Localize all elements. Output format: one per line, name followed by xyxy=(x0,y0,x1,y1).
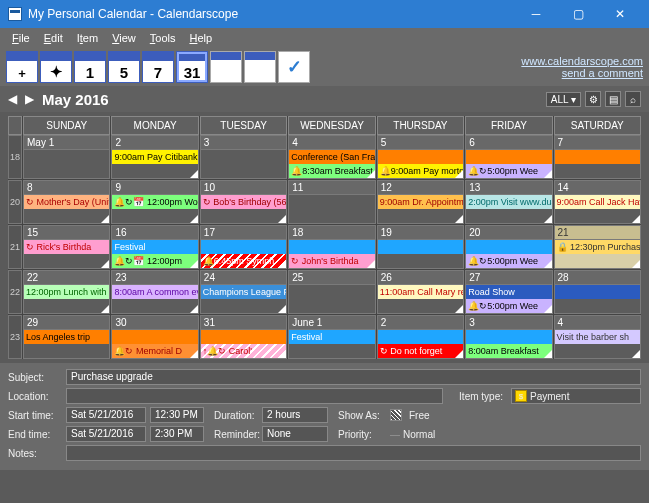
event-span-cont[interactable] xyxy=(289,240,374,254)
calendar-cell[interactable]: 15↻ Rick's Birthda xyxy=(23,225,110,269)
calendar-cell[interactable]: 149:00am Call Jack Hawkins xyxy=(554,180,641,224)
calendar-cell[interactable]: 9🔔↻📅 12:00pm Working xyxy=(111,180,198,224)
month-title[interactable]: May 2016 xyxy=(42,91,109,108)
menu-file[interactable]: File xyxy=(6,30,36,46)
event-span-cont[interactable] xyxy=(112,330,197,344)
event-span-cont[interactable] xyxy=(201,330,286,344)
event-span-cont[interactable] xyxy=(466,330,551,344)
event-span-cont[interactable] xyxy=(378,150,463,164)
calendar-cell[interactable]: 5 🔔9:00am Pay mortg xyxy=(377,135,464,179)
calendar-cell[interactable]: 19 xyxy=(377,225,464,269)
maximize-button[interactable]: ▢ xyxy=(557,0,599,28)
showas-field[interactable]: Free xyxy=(409,410,430,421)
calendar-cell[interactable]: 8↻ Mother's Day (United States) xyxy=(23,180,110,224)
event-item[interactable]: ↻ Do not forget xyxy=(378,344,463,358)
calendar-cell[interactable]: 7 xyxy=(554,135,641,179)
event-item[interactable]: ↻ Rick's Birthda xyxy=(24,240,109,254)
calendar-cell[interactable]: 27Road Show🔔↻5:00pm Wee xyxy=(465,270,552,314)
event-item[interactable]: 🔒 12:30pm Purchase xyxy=(555,240,640,254)
event-span-cont[interactable] xyxy=(378,240,463,254)
layers-icon[interactable]: ▤ xyxy=(605,91,621,107)
calendar-cell[interactable]: 10↻ Bob's Birthday (56 years) xyxy=(200,180,287,224)
website-link[interactable]: www.calendarscope.com xyxy=(521,55,643,67)
event-item[interactable]: 9:00am Call Jack Hawkins xyxy=(555,195,640,209)
menu-view[interactable]: View xyxy=(106,30,142,46)
event-item[interactable]: 🔔8:30am Breakfast xyxy=(289,164,374,178)
event-item[interactable]: 11:00am Call Mary regarding xyxy=(378,285,463,299)
minimize-button[interactable]: ─ xyxy=(515,0,557,28)
calendar-cell[interactable]: 11 xyxy=(288,180,375,224)
calendar-grid[interactable]: 18May 129:00am Pay Citibank34Conference … xyxy=(8,135,641,359)
event-item[interactable]: 8:00am Breakfast xyxy=(466,344,551,358)
calendar-cell[interactable]: 21🔒 12:30pm Purchase xyxy=(554,225,641,269)
event-span[interactable]: Road Show xyxy=(466,285,551,299)
calendar-cell[interactable]: 29:00am Pay Citibank xyxy=(111,135,198,179)
calendar-cell[interactable]: 4Visit the barber sh xyxy=(554,315,641,359)
duration-field[interactable]: 2 hours xyxy=(262,407,328,423)
calendar-cell[interactable]: 4Conference (San Francisco)🔔8:30am Break… xyxy=(288,135,375,179)
calendar-cell[interactable]: 2212:00pm Lunch with Carol xyxy=(23,270,110,314)
tasks-view-button[interactable]: ✓ xyxy=(278,51,310,83)
calendar-cell[interactable]: 24Champions League Final xyxy=(200,270,287,314)
calendar-cell[interactable]: 20 🔔↻5:00pm Wee xyxy=(465,225,552,269)
calendar-cell[interactable]: 17 🔔6:45pm Symph xyxy=(200,225,287,269)
calendar-cell[interactable]: May 1 xyxy=(23,135,110,179)
calendar-cell[interactable]: 3 xyxy=(200,135,287,179)
event-item[interactable]: ↑🔔↻ Carol' xyxy=(201,344,286,358)
event-item[interactable]: 🔔↻📅 12:00pm Working xyxy=(112,195,197,209)
event-span[interactable]: Los Angeles trip xyxy=(24,330,109,344)
calendar-cell[interactable]: 31 ↑🔔↻ Carol' xyxy=(200,315,287,359)
filter-all-button[interactable]: ALL ▾ xyxy=(546,92,581,107)
day-view-1-button[interactable]: 1 xyxy=(74,51,106,83)
event-item[interactable]: 8:00am A common event xyxy=(112,285,197,299)
event-span-cont[interactable] xyxy=(466,240,551,254)
prev-month-button[interactable]: ◀ xyxy=(8,92,17,106)
event-item[interactable]: ↻ John's Birthda xyxy=(289,254,374,268)
list-view-button[interactable] xyxy=(244,51,276,83)
itemtype-field[interactable]: $Payment xyxy=(511,388,641,404)
reminder-field[interactable]: None xyxy=(262,426,328,442)
event-item[interactable]: 🔔↻5:00pm Wee xyxy=(466,164,551,178)
calendar-cell[interactable]: 18 ↻ John's Birthda xyxy=(288,225,375,269)
event-item[interactable]: 9:00am Dr. Appointment xyxy=(378,195,463,209)
today-button[interactable]: ✦ xyxy=(40,51,72,83)
calendar-cell[interactable]: 16Festival🔔↻📅 12:00pm xyxy=(111,225,198,269)
find-icon[interactable]: ⌕ xyxy=(625,91,641,107)
event-item[interactable]: 🔔6:45pm Symph xyxy=(201,254,286,268)
close-button[interactable]: ✕ xyxy=(599,0,641,28)
menu-tools[interactable]: Tools xyxy=(144,30,182,46)
event-span-cont[interactable] xyxy=(378,330,463,344)
calendar-cell[interactable]: 6 🔔↻5:00pm Wee xyxy=(465,135,552,179)
calendar-cell[interactable]: 25 xyxy=(288,270,375,314)
location-field[interactable] xyxy=(66,388,443,404)
day-view-5-button[interactable]: 5 xyxy=(108,51,140,83)
event-span-cont[interactable] xyxy=(201,240,286,254)
notes-field[interactable] xyxy=(66,445,641,461)
new-event-button[interactable]: + xyxy=(6,51,38,83)
calendar-cell[interactable]: 129:00am Dr. Appointment xyxy=(377,180,464,224)
next-month-button[interactable]: ▶ xyxy=(25,92,34,106)
menu-item[interactable]: Item xyxy=(71,30,104,46)
feedback-link[interactable]: send a comment xyxy=(521,67,643,79)
gear-icon[interactable]: ⚙ xyxy=(585,91,601,107)
event-item[interactable]: 🔔9:00am Pay mortg xyxy=(378,164,463,178)
month-view-button[interactable]: 31 xyxy=(176,51,208,83)
calendar-cell[interactable]: 238:00am A common event xyxy=(111,270,198,314)
event-item[interactable]: Visit the barber sh xyxy=(555,330,640,344)
event-item[interactable]: 🔔↻📅 12:00pm xyxy=(112,254,197,268)
end-time-field[interactable]: 2:30 PM xyxy=(150,426,204,442)
event-item[interactable]: ↻ Bob's Birthday (56 years) xyxy=(201,195,286,209)
event-item[interactable]: Champions League Final xyxy=(201,285,286,299)
end-date-field[interactable]: Sat 5/21/2016 xyxy=(66,426,146,442)
subject-field[interactable]: Purchase upgrade xyxy=(66,369,641,385)
event-span[interactable]: Conference (San Francisco) xyxy=(289,150,374,164)
calendar-cell[interactable]: 28 xyxy=(554,270,641,314)
calendar-cell[interactable]: 30 🔔↻ Memorial D xyxy=(111,315,198,359)
menu-edit[interactable]: Edit xyxy=(38,30,69,46)
event-item[interactable]: 2:00pm Visit www.dualitysoft xyxy=(466,195,551,209)
calendar-cell[interactable]: 132:00pm Visit www.dualitysoft xyxy=(465,180,552,224)
start-date-field[interactable]: Sat 5/21/2016 xyxy=(66,407,146,423)
agenda-view-button[interactable] xyxy=(210,51,242,83)
calendar-cell[interactable]: 3 8:00am Breakfast xyxy=(465,315,552,359)
event-item[interactable]: 🔔↻5:00pm Wee xyxy=(466,254,551,268)
